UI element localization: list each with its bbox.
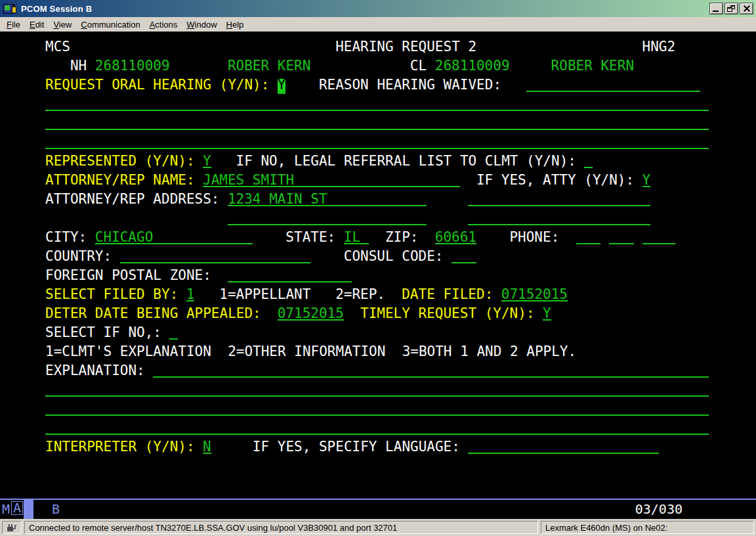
zip-label: ZIP: <box>385 231 419 243</box>
country-label: COUNTRY: <box>45 250 112 262</box>
oia-session-id: B <box>52 502 60 516</box>
foreign-postal-zone-label: FOREIGN POSTAL ZONE: <box>45 269 211 281</box>
phone-area-input[interactable] <box>576 231 601 244</box>
close-button[interactable] <box>740 3 753 14</box>
date-filed-input[interactable]: 07152015 <box>501 288 568 302</box>
oia-cursor-position: 03/030 <box>635 502 682 516</box>
country-input[interactable] <box>120 250 311 263</box>
reason-hearing-waived-line-2[interactable] <box>45 98 709 111</box>
title-bar: PCOM Session B <box>0 0 756 17</box>
if-yes-atty-label: IF YES, ATTY (Y/N): <box>476 174 634 186</box>
menu-communication[interactable]: Communication <box>76 18 144 31</box>
window-title: PCOM Session B <box>21 4 92 14</box>
explanation-line-4[interactable] <box>45 422 709 435</box>
menu-help[interactable]: Help <box>222 18 249 31</box>
filed-by-option-1: 1=APPELLANT <box>219 288 310 300</box>
select-filed-by-label: SELECT FILED BY: <box>45 288 178 300</box>
phone-label: PHONE: <box>509 231 559 243</box>
reason-hearing-waived-label: REASON HEARING WAIVED: <box>319 79 501 91</box>
address-line-2-input[interactable] <box>228 212 427 225</box>
request-oral-hearing-label: REQUEST ORAL HEARING (Y/N): <box>45 79 269 91</box>
explanation-line-2[interactable] <box>45 384 709 397</box>
specify-language-label: IF YES, SPECIFY LANGUAGE: <box>253 441 460 453</box>
timely-request-input[interactable]: Y <box>543 307 551 321</box>
window-controls <box>708 3 753 14</box>
represented-label: REPRESENTED (Y/N): <box>45 155 195 167</box>
menu-bar: FileEditViewCommunicationActionsWindowHe… <box>0 17 756 32</box>
date-filed-label: DATE FILED: <box>402 288 493 300</box>
app-icon-person-body <box>12 7 16 13</box>
request-oral-hearing-input[interactable]: Y <box>278 79 286 91</box>
menu-access-key: W <box>186 20 194 30</box>
explanation-input[interactable] <box>153 365 708 378</box>
minimize-button[interactable] <box>709 3 723 14</box>
cl-number: 268110009 <box>435 60 510 72</box>
address-line-1-input[interactable]: 1234 MAIN ST <box>228 193 427 206</box>
oia-status-row: M A B 03/030 <box>0 500 756 519</box>
interpreter-input[interactable]: N <box>203 441 211 454</box>
explanation-line-3[interactable] <box>45 403 709 416</box>
foreign-postal-zone-input[interactable] <box>228 269 352 282</box>
menu-access-key: V <box>53 20 58 30</box>
menu-access-key: F <box>7 20 12 30</box>
city-input[interactable]: CHICAGO <box>95 231 253 244</box>
atty-input[interactable]: Y <box>642 174 651 187</box>
screen-id-label: MCS <box>45 41 70 53</box>
attorney-rep-name-input[interactable]: JAMES SMITH <box>203 174 460 187</box>
reason-hearing-waived-line-3[interactable] <box>45 117 709 130</box>
menu-view[interactable]: View <box>49 18 76 31</box>
phone-prefix-input[interactable] <box>609 231 634 244</box>
nh-number: 268110009 <box>95 60 170 72</box>
timely-request-label: TIMELY REQUEST (Y/N): <box>360 307 535 319</box>
connection-icon-pane <box>2 521 22 534</box>
menu-access-key: E <box>30 20 35 30</box>
legal-referral-label: IF NO, LEGAL REFERRAL LIST TO CLMT (Y/N)… <box>236 155 576 167</box>
specify-language-input[interactable] <box>468 441 659 454</box>
screen-title: HEARING REQUEST 2 <box>335 41 476 53</box>
oia-keyboard-indicator: A <box>11 501 23 515</box>
connection-status-text: Connected to remote server/host TN3270E.… <box>24 521 538 534</box>
menu-edit[interactable]: Edit <box>25 18 49 31</box>
app-icon-screen <box>5 5 10 11</box>
reason-hearing-waived-input[interactable] <box>526 79 700 92</box>
menu-window[interactable]: Window <box>182 18 221 31</box>
zip-input[interactable]: 60661 <box>435 231 476 244</box>
legal-referral-input[interactable] <box>584 155 593 168</box>
nh-label: NH <box>70 60 87 72</box>
cl-label: CL <box>410 60 427 72</box>
reason-hearing-waived-line-4[interactable] <box>45 136 709 149</box>
pcomm-window: { "window": { "title": "PCOM Session B" … <box>0 0 756 536</box>
terminal-screen[interactable]: MCSHEARING REQUEST 2HNG2NH268110009ROBER… <box>0 32 756 499</box>
menu-actions[interactable]: Actions <box>145 18 182 31</box>
restore-icon-front <box>727 7 732 12</box>
connection-status-icon <box>7 523 17 533</box>
menu-access-key: A <box>150 20 156 30</box>
menu-file[interactable]: File <box>2 18 25 31</box>
city-label: CITY: <box>45 231 87 243</box>
app-icon[interactable] <box>3 3 16 14</box>
phone-line-input[interactable] <box>642 231 676 244</box>
address-line-1b-input[interactable] <box>468 193 650 206</box>
minimize-icon <box>713 11 719 12</box>
attorney-rep-address-label: ATTORNEY/REP ADDRESS: <box>45 193 220 205</box>
filed-by-input[interactable]: 1 <box>186 288 195 302</box>
screen-mnemonic: HNG2 <box>642 41 676 53</box>
cl-name: ROBER KERN <box>551 60 634 72</box>
state-input[interactable]: IL <box>344 231 369 244</box>
deter-date-input[interactable]: 07152015 <box>278 307 344 321</box>
printer-status-text: Lexmark E460dn (MS) on Ne02: <box>541 521 754 534</box>
deter-date-label: DETER DATE BEING APPEALED: <box>45 307 261 319</box>
attorney-rep-name-label: ATTORNEY/REP NAME: <box>45 174 195 186</box>
consul-code-input[interactable] <box>452 250 476 263</box>
menu-access-key: H <box>226 20 232 30</box>
represented-input[interactable]: Y <box>203 155 211 168</box>
select-if-no-input[interactable] <box>169 326 178 340</box>
interpreter-label: INTERPRETER (Y/N): <box>45 441 195 453</box>
address-line-2b-input[interactable] <box>468 212 650 225</box>
select-if-no-label: SELECT IF NO,: <box>45 326 161 338</box>
consul-code-label: CONSUL CODE: <box>344 250 444 262</box>
restore-button[interactable] <box>724 3 738 14</box>
oia-system-indicator: M <box>2 502 10 516</box>
filed-by-option-2: 2=REP. <box>335 288 385 300</box>
menu-access-key: C <box>81 20 87 30</box>
